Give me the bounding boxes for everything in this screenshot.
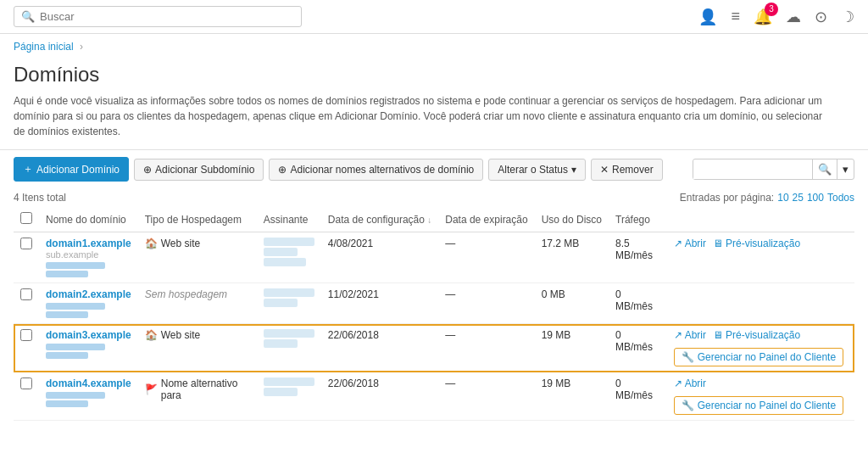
- preview-icon: 🖥: [713, 329, 723, 341]
- sort-icon[interactable]: ↓: [427, 215, 431, 225]
- domain-name[interactable]: domain2.example: [46, 288, 131, 300]
- domains-table-wrap: Nome do domínio Tipo de Hospedagem Assin…: [0, 207, 868, 421]
- menu-icon[interactable]: ≡: [731, 8, 740, 25]
- col-expiration-date: Data de expiração: [438, 207, 534, 232]
- expiration-date-cell: —: [438, 324, 534, 372]
- table-row: domain2.example Sem hospedagem 11/02/202…: [14, 283, 854, 324]
- row-checkbox[interactable]: [20, 288, 32, 300]
- table-row: domain3.example 🏠 Web site 22/06/2018—19…: [14, 324, 854, 372]
- domain-name-cell: domain3.example: [39, 324, 138, 372]
- subscriber-cell: [257, 232, 321, 283]
- add-alias-icon: ⊕: [278, 164, 287, 176]
- subscriber-cell: [257, 283, 321, 324]
- open-icon: ↗: [674, 378, 682, 389]
- notifications-icon[interactable]: 🔔 3: [754, 8, 772, 26]
- pagination-info: Entradas por página: 10 25 100 Todos: [680, 192, 854, 204]
- table-row: domain4.example 🚩 Nome alternativo para …: [14, 372, 854, 421]
- nav-icons: 👤 ≡ 🔔 3 ☁ ⊙ ☽: [698, 8, 854, 26]
- subscriber-info: [264, 378, 314, 396]
- add-sub-icon: ⊕: [143, 164, 152, 176]
- domain-name[interactable]: domain1.example: [46, 238, 131, 249]
- domain-name[interactable]: domain3.example: [46, 329, 131, 341]
- page-title: Domínios: [0, 59, 868, 93]
- subscriber-info: [264, 329, 314, 348]
- row-checkbox[interactable]: [20, 378, 32, 389]
- remove-icon: ✕: [600, 164, 609, 176]
- disk-usage-cell: 0 MB: [535, 283, 609, 324]
- add-subdomain-button[interactable]: ⊕ Adicionar Subdomínio: [134, 159, 264, 181]
- breadcrumb-home[interactable]: Página inicial: [14, 41, 74, 53]
- col-subscriber: Assinante: [257, 207, 321, 232]
- open-icon: ↗: [674, 238, 682, 249]
- info-row: 4 Itens total Entradas por página: 10 25…: [0, 188, 868, 207]
- actions-cell: ↗ Abrir🔧 Gerenciar no Painel do Cliente: [667, 372, 854, 421]
- traffic-cell: 0 MB/mês: [609, 372, 667, 421]
- domain-name[interactable]: domain4.example: [46, 378, 131, 389]
- manage-button[interactable]: 🔧 Gerenciar no Painel do Cliente: [674, 348, 843, 366]
- notification-badge: 3: [765, 3, 778, 16]
- hosting-type-cell: Sem hospedagem: [138, 283, 257, 324]
- config-date-cell: 22/06/2018: [321, 324, 438, 372]
- actions-cell: ↗ Abrir🖥 Pré-visualização: [667, 232, 854, 283]
- remove-button[interactable]: ✕ Remover: [591, 159, 663, 181]
- col-disk-usage: Uso do Disco: [535, 207, 609, 232]
- subscriber-cell: [257, 372, 321, 421]
- domain-sub: sub.example: [46, 249, 131, 260]
- table-search-dropdown[interactable]: ▾: [837, 159, 854, 179]
- col-domain-name: Nome do domínio: [39, 207, 138, 232]
- hosting-type-label: 🏠 Web site: [145, 329, 250, 341]
- config-date-cell: 11/02/2021: [321, 283, 438, 324]
- table-search-icon[interactable]: 🔍: [812, 159, 837, 179]
- traffic-cell: 0 MB/mês: [609, 283, 667, 324]
- domain-name-cell: domain2.example: [39, 283, 138, 324]
- col-actions: [667, 207, 854, 232]
- open-link[interactable]: ↗ Abrir: [674, 329, 706, 341]
- search-input[interactable]: [40, 10, 294, 23]
- manage-icon: 🔧: [682, 400, 694, 411]
- preview-icon: 🖥: [713, 238, 723, 249]
- top-nav: 🔍 👤 ≡ 🔔 3 ☁ ⊙ ☽: [0, 0, 868, 34]
- help-icon[interactable]: ⊙: [815, 8, 827, 26]
- add-domain-button[interactable]: ＋ Adicionar Domínio: [14, 157, 129, 182]
- disk-usage-cell: 19 MB: [535, 324, 609, 372]
- hosting-type-cell: 🚩 Nome alternativo para: [138, 372, 257, 421]
- page-25[interactable]: 25: [793, 192, 804, 204]
- user-icon[interactable]: 👤: [698, 8, 717, 26]
- search-bar[interactable]: 🔍: [14, 6, 302, 27]
- select-all-checkbox[interactable]: [20, 212, 32, 224]
- breadcrumb: Página inicial ›: [0, 34, 868, 59]
- preview-link[interactable]: 🖥 Pré-visualização: [713, 238, 800, 249]
- table-row: domain1.example sub.example 🏠 Web site 4…: [14, 232, 854, 283]
- row-checkbox[interactable]: [20, 329, 32, 341]
- col-hosting-type: Tipo de Hospedagem: [138, 207, 257, 232]
- page-10[interactable]: 10: [777, 192, 788, 204]
- hosting-type-label: 🏠 Web site: [145, 238, 250, 249]
- actions-cell: [667, 283, 854, 324]
- table-search[interactable]: 🔍 ▾: [693, 159, 854, 180]
- row-checkbox[interactable]: [20, 238, 32, 249]
- subscriber-cell: [257, 324, 321, 372]
- page-100[interactable]: 100: [807, 192, 824, 204]
- domains-table: Nome do domínio Tipo de Hospedagem Assin…: [14, 207, 854, 421]
- add-alias-button[interactable]: ⊕ Adicionar nomes alternativos de domíni…: [269, 159, 483, 181]
- preview-link[interactable]: 🖥 Pré-visualização: [713, 329, 800, 341]
- col-traffic: Tráfego: [609, 207, 667, 232]
- cloud-icon[interactable]: ☁: [786, 8, 801, 26]
- domain-name-cell: domain1.example sub.example: [39, 232, 138, 283]
- domain-name-cell: domain4.example: [39, 372, 138, 421]
- total-items: 4 Itens total: [14, 192, 66, 204]
- table-search-input[interactable]: [693, 160, 812, 179]
- open-link[interactable]: ↗ Abrir: [674, 378, 706, 389]
- subscriber-info: [264, 238, 314, 266]
- manage-button[interactable]: 🔧 Gerenciar no Painel do Cliente: [674, 396, 843, 415]
- disk-usage-cell: 17.2 MB: [535, 232, 609, 283]
- moon-icon[interactable]: ☽: [841, 8, 854, 26]
- disk-usage-cell: 19 MB: [535, 372, 609, 421]
- toolbar: ＋ Adicionar Domínio ⊕ Adicionar Subdomín…: [0, 149, 868, 188]
- col-config-date: Data de configuração ↓: [321, 207, 438, 232]
- config-date-cell: 22/06/2018: [321, 372, 438, 421]
- open-link[interactable]: ↗ Abrir: [674, 238, 706, 249]
- subscriber-info: [264, 288, 314, 307]
- change-status-button[interactable]: Alterar o Status ▾: [488, 159, 586, 181]
- page-all[interactable]: Todos: [827, 192, 854, 204]
